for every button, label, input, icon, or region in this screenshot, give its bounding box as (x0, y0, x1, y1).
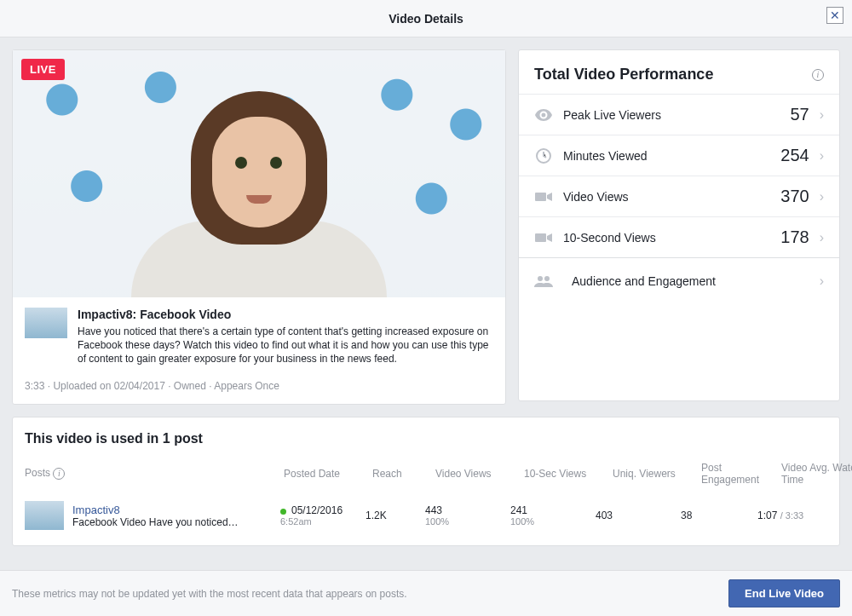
metric-value: 57 (790, 105, 809, 124)
video-camera-icon (534, 228, 553, 247)
watch-avg: 1:07 (757, 509, 777, 521)
end-live-video-button[interactable]: End Live Video (728, 579, 840, 607)
post-tensec-pct: 100% (510, 516, 596, 527)
live-badge: LIVE (21, 59, 65, 80)
chevron-right-icon: › (820, 107, 824, 123)
post-engage: 38 (681, 509, 757, 521)
modal-footer: These metrics may not be updated yet wit… (0, 570, 852, 616)
video-title: Impactiv8: Facebook Video (78, 308, 493, 321)
info-icon[interactable]: i (53, 468, 65, 480)
video-meta-thumbnail (25, 308, 67, 338)
video-ownership: Owned (174, 380, 214, 392)
svg-point-4 (544, 276, 550, 281)
col-reach: Reach (372, 468, 432, 480)
video-duration: 3:33 (25, 380, 53, 392)
video-appears: Appears Once (214, 380, 279, 392)
svg-rect-1 (535, 193, 546, 201)
clock-icon (534, 147, 553, 165)
chevron-right-icon: › (820, 230, 824, 245)
video-camera-icon (534, 187, 553, 206)
metric-label: Minutes Viewed (563, 149, 780, 163)
svg-point-3 (538, 276, 543, 281)
metric-ten-second-views[interactable]: 10-Second Views 178 › (519, 216, 839, 257)
metric-label: Peak Live Viewers (563, 108, 790, 122)
video-footer: 3:33 Uploaded on 02/04/2017 Owned Appear… (13, 373, 505, 404)
chevron-right-icon: › (820, 148, 824, 164)
col-watch-time: Video Avg. Watch Time (781, 462, 852, 486)
col-post-engagement: Post Engagement (701, 462, 778, 486)
metric-value: 370 (780, 187, 809, 206)
posts-card: This video is used in 1 post Posts i Pos… (12, 417, 840, 547)
eye-icon (534, 106, 553, 124)
col-uniq-viewers: Uniq. Viewers (613, 468, 698, 480)
metric-peak-live-viewers[interactable]: Peak Live Viewers 57 › (519, 94, 839, 135)
posts-title: This video is used in 1 post (25, 431, 827, 446)
post-tensec: 241 (510, 504, 527, 516)
video-description: Have you noticed that there's a certain … (78, 325, 493, 366)
col-video-views: Video Views (435, 468, 521, 480)
post-views: 443 (425, 504, 442, 516)
metric-label: Video Views (563, 190, 780, 204)
post-time: 6:52am (280, 516, 366, 527)
post-name[interactable]: Impactiv8 (72, 504, 260, 516)
status-dot-icon (280, 509, 286, 515)
metric-minutes-viewed[interactable]: Minutes Viewed 254 › (519, 135, 839, 176)
info-icon[interactable]: i (812, 69, 824, 81)
video-card: LIVE Impactiv8: Facebook Video Have you … (12, 49, 506, 405)
post-reach: 1.2K (366, 509, 425, 521)
performance-card: Total Video Performance i Peak Live View… (518, 49, 840, 401)
post-subtitle: Facebook Video Have you noticed… (72, 516, 260, 528)
performance-title: Total Video Performance (534, 66, 713, 83)
watch-total: 3:33 (786, 510, 803, 521)
metric-video-views[interactable]: Video Views 370 › (519, 176, 839, 216)
post-thumbnail (25, 501, 64, 530)
engagement-label: Audience and Engagement (572, 274, 820, 288)
table-row[interactable]: Impactiv8 Facebook Video Have you notice… (25, 494, 827, 537)
footer-note: These metrics may not be updated yet wit… (12, 588, 407, 600)
metric-value: 254 (780, 146, 809, 165)
video-thumbnail[interactable]: LIVE (13, 50, 505, 297)
modal-title: Video Details (389, 12, 463, 26)
svg-rect-2 (535, 233, 546, 242)
post-date: 05/12/2016 (291, 504, 343, 516)
col-posts: Posts (25, 467, 50, 479)
audience-engagement-row[interactable]: Audience and Engagement › (519, 257, 839, 304)
post-views-pct: 100% (425, 516, 510, 527)
col-ten-sec-views: 10-Sec Views (524, 468, 609, 480)
modal-header: Video Details ✕ (0, 0, 852, 37)
col-posted-date: Posted Date (284, 468, 369, 480)
video-uploaded: Uploaded on 02/04/2017 (53, 380, 173, 392)
chevron-right-icon: › (820, 189, 824, 204)
close-button[interactable]: ✕ (826, 7, 843, 24)
posts-table-header: Posts i Posted Date Reach Video Views 10… (25, 457, 827, 495)
metric-label: 10-Second Views (563, 231, 780, 245)
chevron-right-icon: › (820, 273, 824, 289)
people-icon (534, 272, 553, 291)
post-uniq: 403 (596, 509, 681, 521)
close-icon: ✕ (830, 9, 840, 22)
metric-value: 178 (780, 227, 809, 247)
